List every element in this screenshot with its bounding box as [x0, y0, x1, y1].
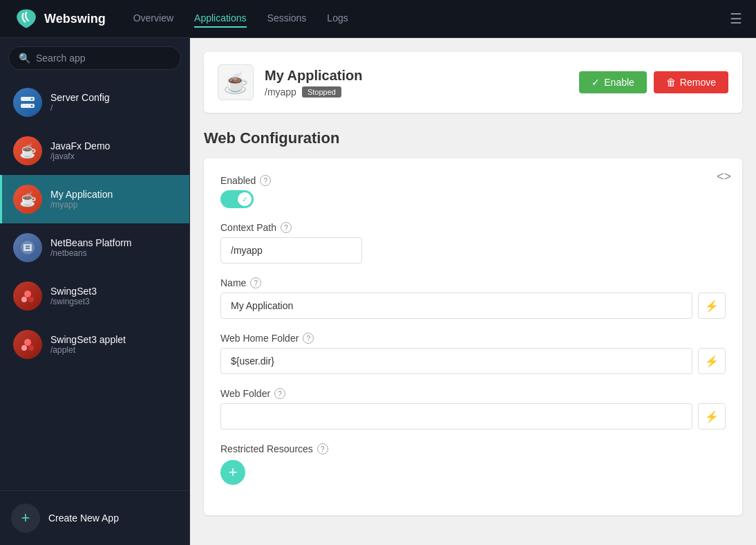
- app-path: /myapp: [50, 200, 178, 210]
- name-group: Name ? ⚡: [220, 277, 726, 319]
- search-box: 🔍: [8, 46, 181, 70]
- logo-icon: [14, 6, 39, 31]
- logo: Webswing: [14, 6, 106, 31]
- app-path: /netbeans: [50, 248, 178, 258]
- web-folder-action-button[interactable]: ⚡: [698, 403, 726, 429]
- enabled-help-icon[interactable]: ?: [260, 175, 271, 186]
- web-folder-help-icon[interactable]: ?: [274, 388, 285, 399]
- app-name: Server Config: [50, 92, 178, 103]
- name-input[interactable]: [220, 293, 692, 319]
- sidebar-item-swingset3[interactable]: SwingSet3 /swingset3: [0, 272, 189, 320]
- app-name: NetBeans Platform: [50, 237, 178, 248]
- create-new-app[interactable]: + Create New App: [0, 490, 189, 545]
- content-area: ☕ My Application /myapp Stopped ✓ Enable…: [190, 38, 756, 545]
- svg-point-2: [31, 98, 33, 100]
- app-name: My Application: [50, 189, 178, 200]
- sidebar-item-netbeans[interactable]: NetBeans Platform /netbeans: [0, 223, 189, 272]
- enable-button[interactable]: ✓ Enable: [579, 71, 647, 93]
- web-home-folder-label: Web Home Folder ?: [220, 333, 726, 344]
- app-path: /swingset3: [50, 297, 178, 306]
- status-badge: Stopped: [302, 86, 341, 98]
- sidebar: 🔍 Server Config /: [0, 38, 190, 545]
- avatar: ☕: [13, 136, 42, 165]
- svg-point-6: [21, 297, 27, 302]
- app-path: /applet: [50, 345, 178, 355]
- web-folder-input-row: ⚡: [220, 403, 726, 429]
- svg-point-3: [31, 105, 33, 107]
- sidebar-item-server[interactable]: Server Config /: [0, 78, 189, 127]
- app-path: /: [50, 103, 178, 113]
- app-name: JavaFx Demo: [50, 140, 178, 151]
- context-path-label: Context Path ?: [220, 222, 726, 233]
- logo-text: Webswing: [44, 12, 106, 26]
- avatar: ☕: [13, 185, 42, 214]
- name-help-icon[interactable]: ?: [250, 277, 261, 288]
- web-folder-input[interactable]: [220, 403, 692, 429]
- checkmark-icon: ✓: [592, 77, 600, 88]
- context-path-input[interactable]: [220, 237, 362, 264]
- app-list: Server Config / ☕ JavaFx Demo /javafx ☕: [0, 78, 189, 490]
- web-home-folder-group: Web Home Folder ? ⚡: [220, 333, 726, 374]
- nav-logs[interactable]: Logs: [327, 10, 348, 28]
- svg-point-9: [21, 345, 27, 351]
- enabled-toggle[interactable]: ✓: [220, 190, 254, 208]
- app-header-icon: ☕: [218, 64, 254, 100]
- restricted-resources-label: Restricted Resources ?: [220, 443, 726, 454]
- svg-point-5: [24, 290, 31, 297]
- enabled-group: Enabled ? ✓: [220, 175, 726, 208]
- section-title: Web Configuration: [204, 129, 742, 147]
- top-nav: Webswing Overview Applications Sessions …: [0, 0, 756, 38]
- header-actions: ✓ Enable 🗑 Remove: [579, 71, 728, 93]
- context-path-help-icon[interactable]: ?: [281, 222, 292, 233]
- app-header-path-row: /myapp Stopped: [265, 86, 568, 98]
- main-layout: 🔍 Server Config /: [0, 38, 756, 545]
- app-path: /javafx: [50, 151, 178, 161]
- config-card: <> Enabled ? ✓ Context Path ?: [204, 158, 742, 515]
- name-input-row: ⚡: [220, 293, 726, 319]
- avatar: [13, 330, 42, 359]
- create-new-label: Create New App: [48, 512, 119, 524]
- name-action-button[interactable]: ⚡: [698, 293, 726, 319]
- restricted-resources-help-icon[interactable]: ?: [317, 443, 328, 454]
- avatar: [13, 233, 42, 262]
- nav-applications[interactable]: Applications: [194, 10, 247, 28]
- code-toggle-button[interactable]: <>: [717, 169, 731, 184]
- hamburger-menu[interactable]: ☰: [730, 10, 742, 27]
- web-folder-group: Web Folder ? ⚡: [220, 388, 726, 429]
- app-header-title: My Application: [265, 68, 568, 84]
- app-name: SwingSet3: [50, 286, 178, 297]
- svg-point-7: [28, 297, 34, 302]
- toggle-knob: ✓: [238, 192, 252, 206]
- web-folder-label: Web Folder ?: [220, 388, 726, 399]
- app-header-card: ☕ My Application /myapp Stopped ✓ Enable…: [204, 52, 742, 113]
- enabled-label: Enabled ?: [220, 175, 726, 186]
- search-input[interactable]: [36, 53, 171, 64]
- name-label: Name ?: [220, 277, 726, 288]
- nav-links: Overview Applications Sessions Logs: [133, 10, 730, 28]
- search-icon: 🔍: [19, 53, 30, 64]
- sidebar-item-myapp[interactable]: ☕ My Application /myapp: [0, 175, 189, 223]
- web-home-folder-input[interactable]: [220, 348, 692, 374]
- avatar: [13, 88, 42, 117]
- svg-point-8: [24, 339, 31, 346]
- sidebar-item-applet[interactable]: SwingSet3 applet /applet: [0, 320, 189, 369]
- web-home-folder-help-icon[interactable]: ?: [303, 333, 314, 344]
- remove-button[interactable]: 🗑 Remove: [654, 71, 728, 93]
- web-home-folder-input-row: ⚡: [220, 348, 726, 374]
- sidebar-item-javafx[interactable]: ☕ JavaFx Demo /javafx: [0, 127, 189, 175]
- plus-icon: +: [11, 504, 40, 533]
- web-home-folder-action-button[interactable]: ⚡: [698, 348, 726, 374]
- trash-icon: 🗑: [666, 77, 676, 88]
- nav-sessions[interactable]: Sessions: [267, 10, 307, 28]
- add-restricted-resource-button[interactable]: +: [220, 460, 245, 485]
- svg-point-10: [28, 345, 34, 351]
- nav-overview[interactable]: Overview: [133, 10, 173, 28]
- app-header-path: /myapp: [265, 86, 296, 98]
- context-path-group: Context Path ?: [220, 222, 726, 264]
- app-name: SwingSet3 applet: [50, 334, 178, 345]
- avatar: [13, 281, 42, 311]
- restricted-resources-group: Restricted Resources ? +: [220, 443, 726, 485]
- app-header-info: My Application /myapp Stopped: [265, 68, 568, 98]
